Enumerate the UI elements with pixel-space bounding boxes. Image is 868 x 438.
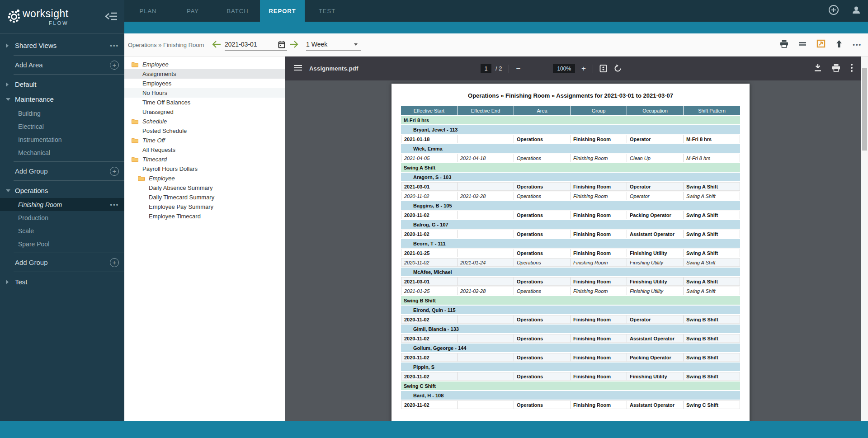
page-number-input[interactable]	[481, 64, 491, 73]
tree-item-time-off-balances[interactable]: Time Off Balances	[124, 98, 285, 107]
tab-batch[interactable]: BATCH	[215, 0, 260, 22]
table-row-employee: Balrog, G - 107	[401, 220, 740, 229]
cell: Operations	[514, 372, 571, 381]
cell: Operations	[514, 353, 571, 362]
user-account-icon[interactable]	[851, 5, 862, 17]
cell: Swing A Shift	[684, 258, 740, 267]
tree-item-payroll-hours-dollars[interactable]: Payroll Hours Dollars	[124, 164, 285, 174]
tree-item-employees[interactable]: Employees	[124, 79, 285, 88]
column-header-effective-end: Effective End	[458, 106, 514, 115]
zoom-in-icon[interactable]: +	[581, 64, 586, 73]
sidebar-item-label: Test	[15, 278, 28, 286]
table-row-employee: Bard, H - 108	[401, 391, 740, 400]
cell: 2021-01-18	[401, 135, 458, 143]
cell: Finishing Room	[571, 334, 627, 343]
sidebar-item-spare-pool[interactable]: Spare Pool	[0, 237, 124, 250]
sidebar-item-production[interactable]: Production	[0, 211, 124, 224]
tree-item-timecard[interactable]: Timecard	[124, 155, 285, 164]
kebab-menu-icon[interactable]	[851, 64, 853, 74]
cell: Operator	[627, 182, 684, 191]
table-header-row: Effective StartEffective EndAreaGroupOcc…	[401, 106, 740, 115]
pdf-page: Operations » Finishing Room » Assignment…	[392, 84, 750, 421]
tree-item-daily-absence-summary[interactable]: Daily Absence Summary	[124, 183, 285, 193]
calendar-icon[interactable]	[278, 41, 285, 48]
sidebar-item-test[interactable]: Test	[0, 274, 124, 289]
sidebar-item-add-area[interactable]: Add Area+	[0, 58, 124, 72]
cell: Swing A Shift	[684, 192, 740, 200]
add-circle-icon[interactable]: +	[110, 61, 119, 70]
tab-plan[interactable]: PLAN	[126, 0, 170, 22]
sidebar-item-label: Spare Pool	[18, 240, 49, 248]
tab-test[interactable]: TEST	[305, 0, 349, 22]
folder-icon	[132, 138, 138, 145]
nav-tabs: PLANPAYBATCHREPORTTEST	[124, 0, 868, 22]
sidebar-item-default[interactable]: Default	[0, 77, 124, 92]
column-header-effective-start: Effective Start	[401, 106, 458, 115]
filter-icon[interactable]	[798, 41, 807, 49]
zoom-level[interactable]: 100%	[553, 64, 575, 73]
rotate-page-icon[interactable]	[613, 64, 622, 73]
tab-pay[interactable]: PAY	[170, 0, 215, 22]
tree-item-employee-pay-summary[interactable]: Employee Pay Summary	[124, 202, 285, 212]
scrollbar-thumb[interactable]	[862, 68, 867, 151]
sidebar-item-add-group[interactable]: Add Group+	[0, 164, 124, 178]
tree-item-time-off[interactable]: Time Off	[124, 136, 285, 145]
pdf-scrollbar[interactable]	[861, 57, 868, 421]
cell: Swing C Shift	[684, 400, 740, 409]
sidebar-item-electrical[interactable]: Electrical	[0, 120, 124, 133]
date-input[interactable]	[225, 41, 272, 48]
chevron-down-icon	[6, 189, 10, 192]
more-options-icon[interactable]: •••	[110, 42, 119, 49]
sidebar-item-instrumentation[interactable]: Instrumentation	[0, 133, 124, 146]
tree-item-posted-schedule[interactable]: Posted Schedule	[124, 126, 285, 136]
add-circle-icon[interactable]	[828, 5, 839, 17]
sidebar-item-shared-views[interactable]: Shared Views•••	[0, 38, 124, 53]
add-circle-icon[interactable]: +	[110, 258, 119, 267]
tree-item-employee[interactable]: Employee	[124, 60, 285, 69]
tree-item-schedule[interactable]: Schedule	[124, 117, 285, 126]
sidebar-item-mechanical[interactable]: Mechanical	[0, 146, 124, 159]
download-icon[interactable]	[814, 64, 821, 73]
sidebar-item-finishing-room[interactable]: Finishing Room•••	[0, 198, 124, 211]
next-period-icon[interactable]	[289, 40, 299, 51]
pdf-filename: Assignments.pdf	[309, 65, 358, 72]
range-select[interactable]: 1 Week	[306, 38, 361, 51]
sidebar-item-scale[interactable]: Scale	[0, 224, 124, 237]
tree-item-label: Schedule	[142, 118, 167, 125]
more-options-icon[interactable]: •••	[110, 201, 119, 208]
sidebar-toggle-icon[interactable]	[294, 65, 302, 73]
table-row-data: 2021-03-01OperationsFinishing RoomOperat…	[401, 182, 740, 191]
fit-to-page-icon[interactable]	[599, 64, 607, 73]
previous-period-icon[interactable]	[212, 40, 222, 51]
cell: Operator	[627, 192, 684, 200]
tree-item-assignments[interactable]: Assignments	[124, 69, 285, 79]
cell: Finishing Room	[571, 249, 627, 257]
date-field[interactable]	[225, 38, 287, 51]
collapse-sidebar-icon[interactable]	[105, 12, 118, 23]
report-window-icon[interactable]	[816, 39, 826, 50]
print-report-icon[interactable]	[780, 40, 788, 50]
table-row-data: 2020-11-022021-02-28OperationsFinishing …	[401, 192, 740, 200]
sidebar-item-maintenance[interactable]: Maintenance	[0, 92, 124, 107]
print-pdf-icon[interactable]	[832, 64, 840, 74]
plus-circle-glyph: +	[110, 167, 119, 176]
employee-label: Wick, Emma	[401, 144, 740, 153]
export-icon[interactable]	[835, 40, 843, 50]
sidebar-item-building[interactable]: Building	[0, 107, 124, 120]
employee-label: Bryant, Jewel - 113	[401, 125, 740, 134]
sidebar-divider	[14, 74, 124, 75]
tree-item-no-hours[interactable]: No Hours	[124, 88, 285, 98]
table-row-data: 2020-11-02OperationsFinishing RoomAssist…	[401, 400, 740, 409]
tree-item-daily-timecard-summary[interactable]: Daily Timecard Summary	[124, 193, 285, 202]
sidebar-item-add-group[interactable]: Add Group+	[0, 255, 124, 269]
tree-item-all-requests[interactable]: All Requests	[124, 145, 285, 155]
cell: Swing A Shift	[684, 249, 740, 257]
more-options-icon[interactable]: •••	[853, 41, 862, 48]
zoom-out-icon[interactable]: −	[516, 64, 520, 73]
add-circle-icon[interactable]: +	[110, 167, 119, 176]
tree-item-employee-timecard[interactable]: Employee Timecard	[124, 212, 285, 221]
sidebar-item-operations[interactable]: Operations	[0, 183, 124, 198]
tab-report[interactable]: REPORT	[260, 0, 305, 22]
tree-item-employee[interactable]: Employee	[124, 174, 285, 183]
tree-item-unassigned[interactable]: Unassigned	[124, 107, 285, 117]
